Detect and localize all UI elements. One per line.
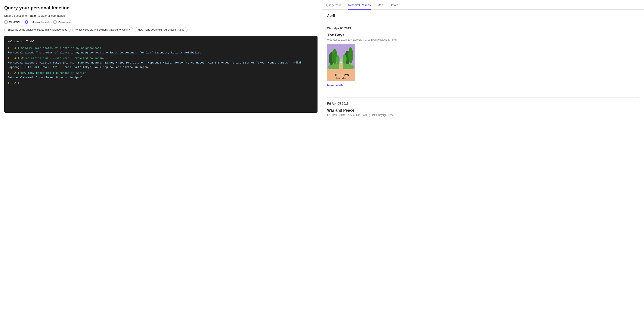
terminal-entry-1: TL-QA $ Show me some photos of plants in… [8, 46, 314, 51]
divider-section-2 [327, 97, 639, 98]
result-timestamp-1: Wed Apr 03 2019 20:41:00 GMT-0700 (Pacif… [327, 38, 639, 41]
book-cover-1: THE BOYS Katie Hafner [327, 44, 355, 81]
terminal-cursor: TL-QA $ [8, 82, 20, 85]
radio-group: ChatGPT Retrieval-based View-based [4, 20, 318, 24]
tab-retrieval-results[interactable]: Retrieval Results [348, 0, 371, 10]
book-author-display: Katie Hafner [333, 77, 349, 79]
instructions: Enter a question or "clear" to clear all… [4, 14, 318, 17]
book-title-display: THE BOYS [333, 73, 349, 77]
terminal-entry-3: TL-QA $ How many books did I purchase in… [8, 71, 314, 76]
terminal-answer-2: Retrieval-based: I visited Tokyo (Minato… [8, 61, 314, 70]
terminal[interactable]: Welcome to TL-QA TL-QA $ Show me some ph… [4, 36, 318, 113]
pill-japan[interactable]: Which cities did I visit when I traveled… [72, 27, 133, 32]
date-heading-2: Fri Apr 05 2019 [327, 102, 639, 105]
radio-circle-retrieval [25, 20, 28, 24]
terminal-entry-2: TL-QA $ Which cities did I visit when I … [8, 56, 314, 61]
terminal-entry-4: TL-QA $ [8, 81, 314, 86]
book-cover-text-1: THE BOYS Katie Hafner [333, 73, 349, 79]
terminal-welcome: Welcome to TL-QA [8, 40, 314, 44]
result-title-2: War and Peace [327, 108, 639, 113]
terminal-answer-3: Retrieval-based: I purchased 8 books in … [8, 76, 314, 80]
results-content: April Wed Apr 03 2019 The Boys Wed Apr 0… [322, 10, 644, 134]
svg-point-6 [348, 47, 353, 64]
radio-label-chatgpt: ChatGPT [9, 20, 20, 24]
book-cover-svg [327, 44, 355, 69]
radio-circle-chatgpt [4, 20, 8, 24]
more-details-link-1[interactable]: More details [327, 84, 344, 87]
suggestion-pills: Show me some photos of plants in my neig… [4, 27, 318, 32]
left-panel: Query your personal timeline Enter a que… [0, 0, 322, 325]
terminal-query-1: Show me some photos of plants in my neig… [21, 46, 101, 50]
radio-view-based[interactable]: View-based [53, 20, 72, 24]
tab-query-result[interactable]: Query result [326, 0, 342, 10]
terminal-answer-1: Retrieval-based: The photos of plants in… [8, 51, 314, 55]
svg-point-8 [343, 54, 346, 64]
svg-rect-10 [340, 64, 342, 65]
result-title-1: The Boys [327, 33, 639, 38]
tabs-bar: Query result Retrieval Results Map Detai… [322, 0, 644, 10]
radio-retrieval-based[interactable]: Retrieval-based [25, 20, 49, 24]
tab-details[interactable]: Details [390, 0, 398, 10]
date-heading-1: Wed Apr 03 2019 [327, 26, 639, 30]
result-card-2: War and Peace Fri Apr 05 2019 16:26:00 G… [327, 108, 639, 124]
book-cover-art-1 [327, 44, 355, 69]
tab-map[interactable]: Map [378, 0, 383, 10]
divider-month [327, 22, 639, 22]
svg-point-7 [336, 56, 340, 64]
svg-point-9 [340, 62, 342, 64]
terminal-query-3: How many books did I purchase in April? [21, 72, 86, 74]
pill-plants[interactable]: Show me some photos of plants in my neig… [4, 27, 70, 32]
section-month: April [327, 14, 639, 18]
terminal-prompt-1: TL-QA $ [8, 46, 21, 50]
radio-label-retrieval: Retrieval-based [30, 20, 49, 24]
page-title: Query your personal timeline [4, 5, 318, 11]
terminal-prompt-3: TL-QA $ [8, 72, 21, 74]
radio-chatgpt[interactable]: ChatGPT [4, 20, 20, 24]
radio-circle-view [53, 20, 57, 24]
terminal-query-2: Which cities did I visit when I traveled… [21, 57, 104, 60]
right-panel: Query result Retrieval Results Map Detai… [322, 0, 644, 325]
pill-books[interactable]: How many books did I purchase in April? [135, 27, 188, 32]
result-timestamp-2: Fri Apr 05 2019 16:26:00 GMT-0700 (Pacif… [327, 114, 639, 116]
radio-label-view: View-based [58, 20, 72, 24]
result-card-1: The Boys Wed Apr 03 2019 20:41:00 GMT-07… [327, 33, 639, 92]
terminal-prompt-2: TL-QA $ [8, 57, 21, 60]
